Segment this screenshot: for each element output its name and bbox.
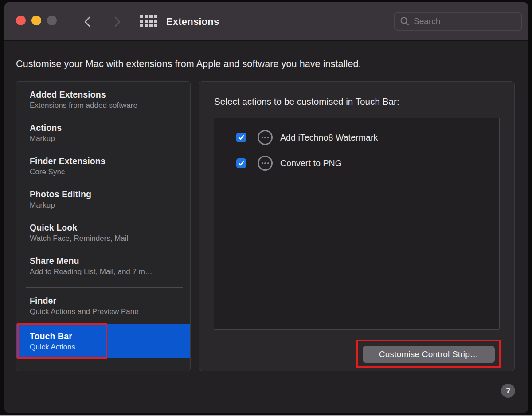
extensions-window: Extensions Customise your Mac with exten… bbox=[4, 2, 528, 413]
grid-icon bbox=[140, 15, 158, 27]
sidebar-item-subtitle: Extensions from added software bbox=[30, 100, 183, 111]
sidebar: Added Extensions Extensions from added s… bbox=[16, 81, 191, 371]
sidebar-item-title: Touch Bar bbox=[30, 330, 183, 342]
sidebar-item-photos-editing[interactable]: Photos Editing Markup bbox=[16, 188, 190, 221]
sidebar-item-subtitle: Quick Actions bbox=[30, 342, 183, 353]
help-button[interactable]: ? bbox=[501, 384, 515, 398]
sidebar-item-title: Added Extensions bbox=[30, 89, 183, 100]
sidebar-item-subtitle: Core Sync bbox=[30, 167, 183, 177]
sidebar-item-title: Quick Look bbox=[30, 222, 183, 233]
ellipsis-circle-icon bbox=[258, 130, 273, 145]
page-description: Customise your Mac with extensions from … bbox=[16, 59, 361, 70]
sidebar-item-actions[interactable]: Actions Markup bbox=[16, 121, 190, 154]
customise-control-strip-button[interactable]: Customise Control Strip… bbox=[363, 346, 495, 363]
search-icon bbox=[400, 16, 410, 26]
show-all-button[interactable] bbox=[140, 15, 158, 27]
sidebar-item-title: Actions bbox=[30, 122, 183, 133]
sidebar-item-share-menu[interactable]: Share Menu Add to Reading List, Mail, an… bbox=[16, 254, 190, 287]
sidebar-item-subtitle: Markup bbox=[30, 200, 183, 211]
action-row-convert-png: Convert to PNG bbox=[214, 150, 499, 176]
actions-panel: Select actions to be customised in Touch… bbox=[199, 81, 515, 371]
traffic-lights bbox=[16, 16, 57, 25]
sidebar-item-added-extensions[interactable]: Added Extensions Extensions from added s… bbox=[16, 88, 190, 121]
action-label: Convert to PNG bbox=[280, 158, 342, 169]
sidebar-item-quick-look[interactable]: Quick Look Watch Face, Reminders, Mail bbox=[16, 221, 190, 254]
action-checkbox[interactable] bbox=[236, 133, 246, 142]
close-icon[interactable] bbox=[16, 16, 26, 25]
action-label: Add iTechno8 Watermark bbox=[280, 133, 378, 143]
search-input[interactable] bbox=[414, 16, 502, 26]
sidebar-item-title: Finder Extensions bbox=[30, 155, 183, 167]
forward-button bbox=[111, 16, 122, 27]
sidebar-item-title: Finder bbox=[30, 295, 183, 306]
minimize-icon[interactable] bbox=[31, 16, 41, 25]
sidebar-item-subtitle: Markup bbox=[30, 133, 183, 144]
back-button[interactable] bbox=[82, 16, 94, 27]
sidebar-item-subtitle: Watch Face, Reminders, Mail bbox=[30, 233, 183, 244]
action-row-watermark: Add iTechno8 Watermark bbox=[214, 125, 499, 150]
sidebar-item-touch-bar[interactable]: Touch Bar Quick Actions bbox=[16, 324, 190, 358]
sidebar-item-subtitle: Quick Actions and Preview Pane bbox=[30, 306, 183, 317]
window-title: Extensions bbox=[166, 2, 219, 41]
search-field[interactable] bbox=[394, 12, 522, 31]
ellipsis-circle-icon bbox=[258, 156, 273, 171]
sidebar-item-finder[interactable]: Finder Quick Actions and Preview Pane bbox=[16, 294, 190, 324]
sidebar-item-title: Share Menu bbox=[30, 255, 183, 267]
zoom-icon bbox=[47, 16, 57, 25]
titlebar: Extensions bbox=[4, 2, 528, 41]
sidebar-item-finder-extensions[interactable]: Finder Extensions Core Sync bbox=[16, 154, 190, 188]
sidebar-item-subtitle: Add to Reading List, Mail, and 7 m… bbox=[30, 267, 183, 277]
panel-heading: Select actions to be customised in Touch… bbox=[214, 96, 399, 107]
actions-listbox: Add iTechno8 Watermark Convert to PNG bbox=[214, 118, 500, 330]
sidebar-divider bbox=[26, 287, 183, 288]
forward-chevron-icon bbox=[111, 16, 122, 27]
action-checkbox[interactable] bbox=[236, 158, 246, 168]
back-chevron-icon bbox=[82, 16, 94, 27]
checkmark-icon bbox=[238, 160, 245, 167]
checkmark-icon bbox=[238, 134, 245, 141]
sidebar-item-title: Photos Editing bbox=[30, 188, 183, 200]
